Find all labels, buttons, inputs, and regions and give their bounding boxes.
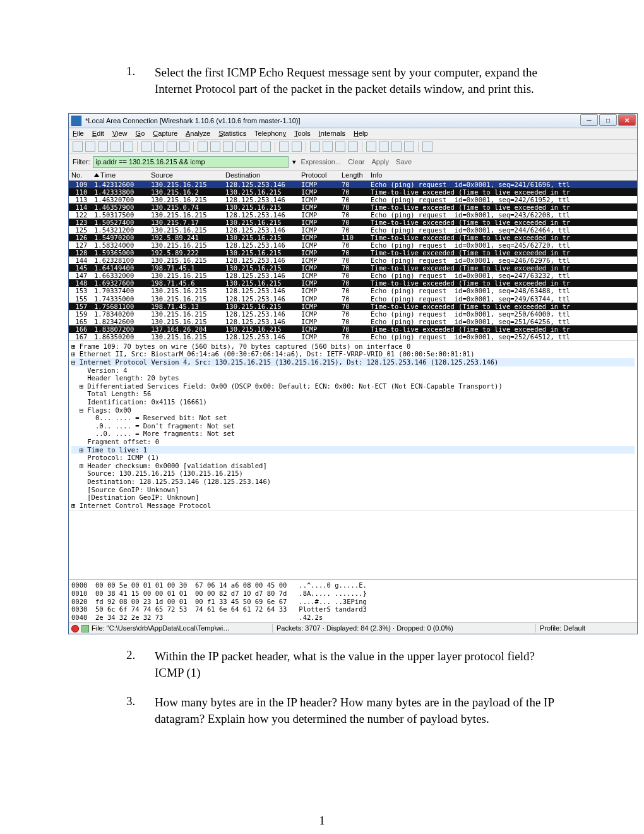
tb-icon[interactable] (167, 142, 177, 152)
packet-row[interactable]: 122 1.50317500 130.215.16.215 128.125.25… (69, 211, 637, 219)
tb-icon[interactable] (391, 142, 402, 152)
menu-file[interactable]: File (73, 130, 84, 137)
packet-details[interactable]: ⊞ Frame 109: 70 bytes on wire (560 bits)… (69, 341, 637, 511)
status-profile[interactable]: Profile: Default (535, 624, 635, 632)
filter-apply[interactable]: Apply (372, 158, 390, 166)
col-no[interactable]: No. (71, 171, 82, 179)
tb-icon[interactable] (85, 142, 95, 152)
tb-icon[interactable] (98, 142, 108, 152)
tb-icon[interactable] (310, 142, 320, 152)
packet-row[interactable]: 109 1.42312600 130.215.16.215 128.125.25… (69, 181, 637, 188)
detail-line[interactable]: ⊞ Header checksum: 0x0000 [validation di… (71, 462, 635, 470)
tb-icon[interactable] (236, 142, 246, 152)
maximize-button[interactable]: □ (599, 114, 617, 126)
col-source[interactable]: Source (151, 171, 225, 179)
menu-statistics[interactable]: Statistics (218, 130, 246, 137)
col-protocol[interactable]: Protocol (301, 171, 342, 179)
filter-clear[interactable]: Clear (348, 158, 364, 166)
detail-line[interactable]: ⊟ Internet Protocol Version 4, Src: 130.… (71, 358, 635, 366)
detail-line[interactable]: Destination: 128.125.253.146 (128.125.25… (71, 478, 635, 486)
expert-info-icon[interactable] (81, 625, 89, 632)
tb-icon[interactable] (379, 142, 389, 152)
tb-icon[interactable] (210, 142, 220, 152)
packet-row[interactable]: 155 1.74335000 130.215.16.215 128.125.25… (69, 295, 637, 303)
packet-row[interactable]: 157 1.75681100 198.71.45.13 130.215.16.2… (69, 303, 637, 310)
packet-row[interactable]: 165 1.82342600 130.215.16.215 128.125.25… (69, 318, 637, 325)
menu-bar[interactable]: File Edit View Go Capture Analyze Statis… (69, 128, 637, 140)
packet-row[interactable]: 126 1.54970200 192.5.89.241 130.215.16.2… (69, 234, 637, 241)
tb-icon[interactable] (323, 142, 333, 152)
tb-icon[interactable] (279, 142, 289, 152)
tb-icon[interactable] (179, 142, 189, 152)
menu-internals[interactable]: Internals (319, 130, 345, 137)
tb-icon[interactable] (123, 142, 133, 152)
menu-edit[interactable]: Edit (92, 130, 104, 137)
menu-go[interactable]: Go (136, 130, 145, 137)
detail-line[interactable]: ⊞ Ethernet II, Src: BiostarM_06:14:a6 (0… (71, 350, 635, 358)
menu-help[interactable]: Help (354, 130, 368, 137)
packet-row[interactable]: 125 1.54321200 130.215.16.215 128.125.25… (69, 226, 637, 234)
tb-icon[interactable] (73, 142, 83, 152)
tb-icon[interactable] (141, 142, 152, 152)
detail-line[interactable]: ⊟ Flags: 0x00 (71, 406, 635, 414)
packet-row[interactable]: 114 1.46357900 130.215.0.74 130.215.16.2… (69, 203, 637, 211)
tb-icon[interactable] (348, 142, 358, 152)
packet-row[interactable]: 123 1.50527400 130.215.7.17 130.215.16.2… (69, 219, 637, 226)
packet-row[interactable]: 148 1.69327600 198.71.45.6 130.215.16.21… (69, 279, 637, 287)
col-destination[interactable]: Destination (225, 171, 301, 179)
detail-line[interactable]: ..0. .... = More fragments: Not set (71, 430, 635, 438)
packet-row[interactable]: 166 1.83807200 137.164.26.204 130.215.16… (69, 325, 637, 333)
detail-line[interactable]: ⊞ Time to live: 1 (71, 446, 635, 454)
detail-line[interactable]: [Destination GeoIP: Unknown] (71, 493, 635, 502)
hex-pane[interactable]: 0000 00 00 5e 00 01 01 00 30 67 06 14 a6… (69, 579, 637, 622)
detail-line[interactable]: 0... .... = Reserved bit: Not set (71, 414, 635, 422)
filter-input[interactable] (93, 156, 289, 168)
packet-row[interactable]: 127 1.58324000 130.215.16.215 128.125.25… (69, 241, 637, 249)
title-bar[interactable]: *Local Area Connection [Wireshark 1.10.6… (69, 114, 637, 128)
detail-line[interactable]: Version: 4 (71, 366, 635, 375)
packet-row[interactable]: 144 1.62328100 130.215.16.215 128.125.25… (69, 257, 637, 264)
packet-row[interactable]: 153 1.70337400 130.215.16.215 128.125.25… (69, 287, 637, 294)
packet-list-header[interactable]: No. Time Source Destination Protocol Len… (69, 171, 637, 181)
detail-line[interactable]: Identification: 0x4115 (16661) (71, 398, 635, 406)
detail-line[interactable]: Fragment offset: 0 (71, 438, 635, 446)
menu-analyze[interactable]: Analyze (186, 130, 210, 137)
menu-view[interactable]: View (112, 130, 128, 137)
tb-icon[interactable] (422, 142, 432, 152)
packet-row[interactable]: 113 1.46320700 130.215.16.215 128.125.25… (69, 196, 637, 203)
tb-icon[interactable] (366, 142, 376, 152)
tb-icon[interactable] (154, 142, 164, 152)
menu-tools[interactable]: Tools (294, 130, 311, 137)
col-info[interactable]: Info (371, 171, 637, 179)
detail-line[interactable]: ⊞ Frame 109: 70 bytes on wire (560 bits)… (71, 342, 635, 351)
packet-row[interactable]: 167 1.86350200 130.215.16.215 128.125.25… (69, 333, 637, 341)
packet-row[interactable]: 147 1.66332000 130.215.16.215 128.125.25… (69, 272, 637, 279)
tb-icon[interactable] (248, 142, 258, 152)
col-length[interactable]: Length (342, 171, 371, 179)
detail-line[interactable]: ⊞ Internet Control Message Protocol (71, 502, 635, 510)
menu-capture[interactable]: Capture (153, 130, 177, 137)
tb-icon[interactable] (404, 142, 414, 152)
filter-save[interactable]: Save (396, 158, 412, 166)
tb-icon[interactable] (110, 142, 121, 152)
detail-line[interactable]: .0.. .... = Don't fragment: Not set (71, 422, 635, 430)
tb-icon[interactable] (223, 142, 233, 152)
menu-telephony[interactable]: Telephony (254, 130, 286, 137)
packet-row[interactable]: 110 1.42333800 130.215.16.2 130.215.16.2… (69, 188, 637, 196)
tb-icon[interactable] (335, 142, 345, 152)
packet-list[interactable]: 109 1.42312600 130.215.16.215 128.125.25… (69, 181, 637, 341)
detail-line[interactable]: [Source GeoIP: Unknown] (71, 486, 635, 494)
detail-line[interactable]: Protocol: ICMP (1) (71, 454, 635, 462)
detail-line[interactable]: Total Length: 56 (71, 390, 635, 398)
tb-icon[interactable] (198, 142, 208, 152)
detail-line[interactable]: Source: 130.215.16.215 (130.215.16.215) (71, 469, 635, 478)
col-time[interactable]: Time (100, 171, 116, 179)
close-button[interactable]: ✕ (618, 114, 636, 126)
tb-icon[interactable] (261, 142, 271, 152)
filter-expression[interactable]: Expression... (301, 158, 342, 166)
packet-row[interactable]: 159 1.78340200 130.215.16.215 128.125.25… (69, 310, 637, 318)
tb-icon[interactable] (292, 142, 302, 152)
capture-stop-icon[interactable] (71, 625, 79, 632)
packet-row[interactable]: 145 1.64149400 198.71.45.1 130.215.16.21… (69, 264, 637, 272)
detail-line[interactable]: ⊞ Differentiated Services Field: 0x00 (D… (71, 382, 635, 390)
